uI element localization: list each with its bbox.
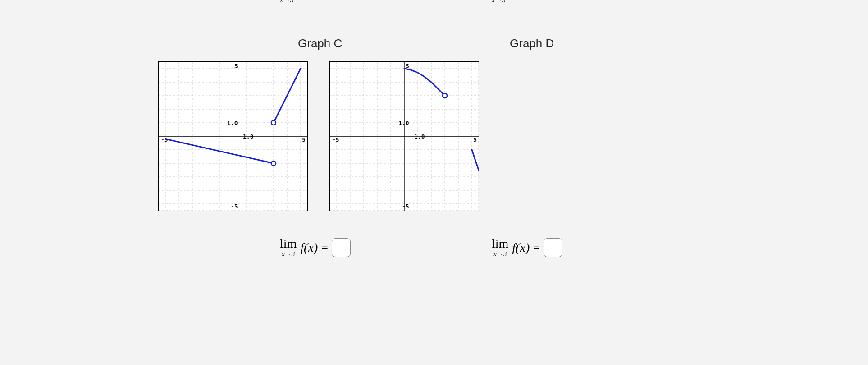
axis-xneg-c: -5	[161, 136, 168, 143]
axis-one-x-d: 1.0	[414, 133, 425, 140]
svg-point-28	[271, 161, 276, 166]
top-row: x→3 x→3	[5, 0, 863, 9]
limit-expression-d: lim x→3 f(x) =	[492, 237, 562, 258]
svg-point-58	[443, 93, 447, 98]
answer-input-c[interactable]	[332, 238, 351, 257]
equals-d: =	[533, 241, 540, 254]
graphs-row: -5 5 5 -5 1.0 1.0 -5 5 5 -5 1.0 1.0	[158, 61, 479, 211]
equals-c: =	[321, 241, 328, 254]
axis-xpos-d: 5	[473, 136, 477, 143]
graph-c: -5 5 5 -5 1.0 1.0	[158, 61, 308, 211]
lim-sub-c: x→3	[280, 251, 297, 258]
plot-d-svg	[330, 62, 479, 211]
axis-one-y-c: 1.0	[227, 120, 238, 126]
lim-block-d: lim x→3	[492, 237, 508, 258]
axis-ypos-d: 5	[406, 63, 409, 69]
plot-c-svg	[159, 62, 307, 211]
axis-yneg-c: -5	[231, 203, 238, 210]
fx-label-c: f(x)	[300, 240, 318, 255]
axis-xpos-c: 5	[302, 136, 306, 143]
top-expr-left: x→3	[280, 0, 294, 4]
top-expr-right: x→3	[492, 0, 506, 4]
axis-ypos-c: 5	[234, 63, 238, 69]
page-root: x→3 x→3 Graph C Graph D -5 5 5 -5 1.0 1.…	[0, 0, 868, 365]
axis-yneg-d: -5	[402, 203, 409, 210]
axis-xneg-d: -5	[332, 136, 339, 143]
card-panel: x→3 x→3 Graph C Graph D -5 5 5 -5 1.0 1.…	[5, 0, 863, 356]
lim-label-d: lim	[492, 237, 508, 250]
axis-one-y-d: 1.0	[398, 120, 409, 126]
fx-label-d: f(x)	[512, 240, 530, 255]
limit-expression-c: lim x→3 f(x) =	[280, 237, 351, 258]
answer-input-d[interactable]	[544, 238, 562, 257]
title-graph-c: Graph C	[298, 37, 342, 51]
graph-d: -5 5 5 -5 1.0 1.0	[329, 61, 479, 211]
lim-block-c: lim x→3	[280, 237, 297, 258]
lim-label-c: lim	[280, 237, 297, 250]
lim-sub-d: x→3	[492, 251, 508, 258]
axis-one-x-c: 1.0	[243, 133, 253, 140]
title-graph-d: Graph D	[510, 37, 554, 51]
svg-point-29	[271, 120, 276, 125]
